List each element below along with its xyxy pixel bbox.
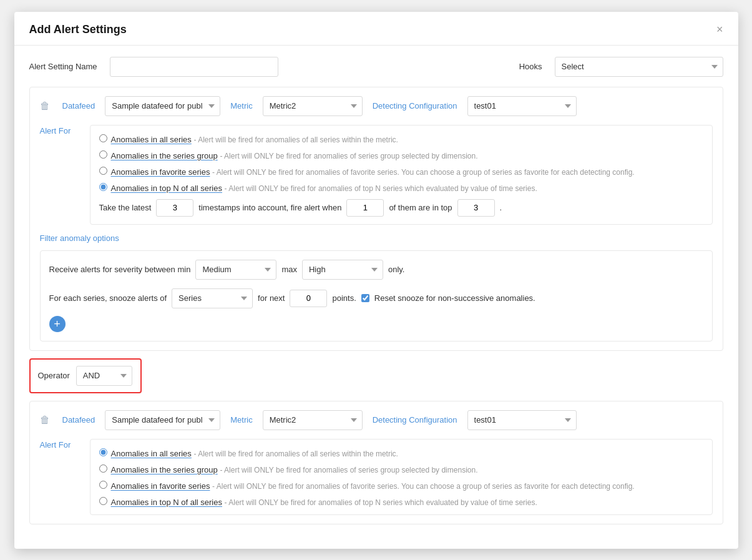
radio-label-series-group-1: Anomalies in the series group: [111, 151, 218, 160]
operator-label: Operator: [38, 371, 70, 380]
top-label-1: of them are in top: [389, 203, 452, 212]
radio-label-favorite-2: Anomalies in favorite series: [111, 481, 210, 491]
close-button[interactable]: ×: [716, 24, 723, 35]
alert-setting-name-input[interactable]: [110, 57, 278, 77]
snooze-series-select-1[interactable]: Series Metric All: [172, 288, 253, 308]
radio-all-series-2[interactable]: [99, 448, 107, 456]
filter-anomaly-label-1: Filter anomaly options: [40, 233, 713, 243]
top-n-config-1: Take the latest timestamps into account,…: [99, 199, 703, 217]
radio-series-group-2[interactable]: [99, 464, 107, 473]
radio-row-favorite-2: Anomalies in favorite series - Alert wil…: [99, 479, 703, 491]
severity-only-label-1: only.: [388, 265, 405, 274]
radio-row-topn-1: Anomalies in top N of all series - Alert…: [99, 182, 703, 193]
card-1-top-row: 🗑 Datafeed Sample datafeed for public Me…: [40, 96, 713, 116]
card-2: 🗑 Datafeed Sample datafeed for public Me…: [29, 401, 723, 524]
trash-icon-2[interactable]: 🗑: [40, 415, 50, 426]
datafeed-select-1[interactable]: Sample datafeed for public: [105, 96, 220, 116]
filter-section-1: Filter anomaly options Receive alerts fo…: [40, 233, 713, 341]
radio-all-series-1[interactable]: [99, 134, 107, 142]
datafeed-select-2[interactable]: Sample datafeed for public: [105, 410, 220, 430]
card-2-top-row: 🗑 Datafeed Sample datafeed for public Me…: [40, 410, 713, 430]
operator-select[interactable]: AND OR: [76, 366, 132, 386]
radio-label-all-series-1: Anomalies in all series: [111, 135, 192, 144]
radio-row-topn-2: Anomalies in top N of all series - Alert…: [99, 496, 703, 507]
datafeed-label-1: Datafeed: [62, 101, 95, 111]
datafeed-label-2: Datafeed: [62, 415, 95, 425]
detecting-config-select-2[interactable]: test01: [467, 410, 577, 430]
radio-desc-favorite-2: - Alert will ONLY be fired for anomalies…: [212, 482, 635, 491]
take-latest-input-1[interactable]: [156, 199, 193, 217]
radio-topn-2[interactable]: [99, 497, 107, 505]
radio-desc-topn-2: - Alert will ONLY be fired for anomalies…: [225, 498, 537, 507]
filter-content-1: Receive alerts for severity between min …: [40, 250, 713, 341]
modal-title: Add Alert Settings: [29, 23, 127, 36]
hooks-label: Hooks: [519, 62, 542, 71]
severity-max-select-1[interactable]: Low Medium High Critical: [302, 260, 383, 280]
radio-row-series-group-1: Anomalies in the series group - Alert wi…: [99, 149, 703, 160]
radio-row-series-group-2: Anomalies in the series group - Alert wi…: [99, 463, 703, 474]
detecting-config-label-1: Detecting Configuration: [373, 101, 457, 111]
severity-max-label-1: max: [281, 265, 297, 274]
snooze-value-input-1[interactable]: [290, 290, 327, 307]
severity-row-1: Receive alerts for severity between min …: [49, 260, 703, 280]
severity-min-select-1[interactable]: Low Medium High Critical: [195, 260, 276, 280]
timestamps-label-1: timestamps into account, fire alert when: [198, 203, 341, 212]
hooks-select[interactable]: Select: [555, 57, 723, 77]
metric-label-2: Metric: [230, 415, 252, 425]
radio-favorite-1[interactable]: [99, 167, 107, 175]
card-1: 🗑 Datafeed Sample datafeed for public Me…: [29, 87, 723, 351]
radio-label-topn-1: Anomalies in top N of all series: [111, 184, 222, 193]
radio-desc-all-series-1: - Alert will be fired for anomalies of a…: [193, 135, 398, 144]
for-next-label-1: for next: [258, 293, 285, 303]
radio-desc-series-group-2: - Alert will ONLY be fired for anomalies…: [220, 466, 477, 474]
alert-for-content-1: Anomalies in all series - Alert will be …: [90, 125, 713, 225]
reset-snooze-checkbox-1[interactable]: [361, 294, 369, 302]
reset-snooze-label-1: Reset snooze for non-successive anomalie…: [374, 293, 535, 303]
top-value-input-1[interactable]: [457, 199, 495, 217]
metric-label-1: Metric: [230, 101, 252, 111]
metric-select-2[interactable]: Metric2: [263, 410, 363, 430]
radio-desc-all-series-2: - Alert will be fired for anomalies of a…: [193, 449, 398, 458]
radio-label-topn-2: Anomalies in top N of all series: [111, 498, 222, 507]
alert-for-content-2: Anomalies in all series - Alert will be …: [90, 439, 713, 515]
snooze-points-label-1: points.: [332, 293, 356, 303]
radio-desc-favorite-1: - Alert will ONLY be fired for anomalies…: [212, 168, 635, 177]
modal-header: Add Alert Settings ×: [14, 12, 738, 46]
operator-row: Operator AND OR: [29, 358, 142, 393]
radio-row-all-series-2: Anomalies in all series - Alert will be …: [99, 447, 703, 458]
radio-label-all-series-2: Anomalies in all series: [111, 449, 192, 458]
radio-desc-series-group-1: - Alert will ONLY be fired for anomalies…: [220, 152, 477, 160]
radio-label-series-group-2: Anomalies in the series group: [111, 465, 218, 474]
detecting-config-label-2: Detecting Configuration: [373, 415, 457, 425]
alert-setting-name-label: Alert Setting Name: [29, 62, 97, 71]
severity-label-1: Receive alerts for severity between min: [49, 265, 191, 274]
trash-icon-1[interactable]: 🗑: [40, 101, 50, 112]
alert-for-label-2: Alert For: [40, 439, 84, 449]
metric-select-1[interactable]: Metric2: [263, 96, 363, 116]
radio-row-all-series-1: Anomalies in all series - Alert will be …: [99, 133, 703, 144]
radio-label-favorite-1: Anomalies in favorite series: [111, 167, 210, 177]
snooze-row-1: For each series, snooze alerts of Series…: [49, 288, 703, 308]
fire-when-input-1[interactable]: [346, 199, 384, 217]
alert-for-label-1: Alert For: [40, 125, 84, 135]
detecting-config-select-1[interactable]: test01: [467, 96, 577, 116]
take-latest-label-1: Take the latest: [99, 203, 152, 212]
period-1: .: [500, 203, 502, 212]
alert-for-section-1: Alert For Anomalies in all series - Aler…: [40, 125, 713, 225]
radio-row-favorite-1: Anomalies in favorite series - Alert wil…: [99, 165, 703, 177]
top-row: Alert Setting Name Hooks Select: [29, 57, 723, 77]
radio-desc-topn-1: - Alert will ONLY be fired for anomalies…: [225, 184, 537, 193]
alert-for-section-2: Alert For Anomalies in all series - Aler…: [40, 439, 713, 515]
radio-topn-1[interactable]: [99, 183, 107, 191]
radio-series-group-1[interactable]: [99, 150, 107, 159]
radio-favorite-2[interactable]: [99, 481, 107, 489]
modal-body: Alert Setting Name Hooks Select 🗑 Datafe…: [14, 46, 738, 543]
add-filter-button-1[interactable]: +: [49, 316, 66, 332]
add-alert-settings-modal: Add Alert Settings × Alert Setting Name …: [14, 12, 738, 549]
snooze-label-1: For each series, snooze alerts of: [49, 293, 167, 303]
